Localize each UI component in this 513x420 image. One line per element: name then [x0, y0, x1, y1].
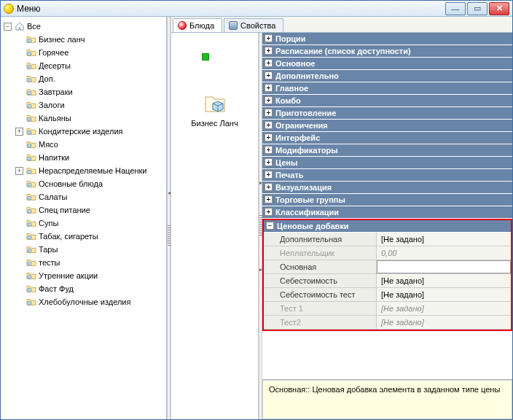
folder-icon [26, 244, 37, 254]
tab-properties[interactable]: Свойства [224, 18, 283, 32]
tree-item[interactable]: Спец питание [15, 203, 165, 217]
category-row[interactable]: +Дополнительно [262, 70, 512, 82]
category-row-open[interactable]: −Ценовые добавки [264, 220, 511, 233]
expand-icon[interactable]: + [15, 167, 23, 175]
tree-root[interactable]: − Все [4, 20, 165, 33]
svg-point-16 [28, 249, 31, 252]
tree-item[interactable]: Супы [15, 217, 165, 230]
tree-item[interactable]: Напитки [15, 151, 165, 164]
property-value[interactable]: [Не задано] [377, 288, 511, 301]
property-value[interactable]: [Не задано] [377, 233, 511, 246]
tree-item[interactable]: Основные блюда [15, 177, 165, 190]
tree-item[interactable]: Горячее [15, 46, 165, 59]
expand-icon[interactable]: + [265, 84, 273, 92]
property-row[interactable]: Себестоимость[Не задано] [264, 274, 511, 288]
expand-icon[interactable]: + [265, 121, 273, 129]
category-row[interactable]: +Печать [262, 169, 512, 182]
tree-item-label: Утренние акции [39, 270, 98, 281]
minimize-button[interactable]: — [445, 2, 466, 15]
expand-icon[interactable]: + [15, 128, 23, 136]
tree-item[interactable]: Десерты [15, 59, 165, 72]
expand-icon[interactable]: + [265, 133, 273, 141]
expand-icon[interactable]: + [265, 171, 273, 179]
folder-icon [26, 166, 37, 176]
expand-icon[interactable]: + [265, 158, 273, 166]
maximize-button[interactable]: ▭ [467, 2, 487, 15]
category-label: Дополнительно [275, 71, 339, 80]
tree-item-label: Кондитерские изделия [39, 125, 123, 137]
expand-icon[interactable]: + [265, 109, 273, 117]
expand-icon[interactable]: + [265, 183, 273, 191]
tree-item[interactable]: Фаст Фуд [15, 282, 165, 295]
property-value[interactable] [377, 260, 511, 273]
tree-item-label: Спец питание [39, 204, 90, 216]
item-list-panel[interactable]: Бизнес Ланч [171, 33, 259, 419]
tree-item-label: Десерты [39, 60, 71, 71]
expand-icon[interactable]: + [265, 71, 273, 79]
tree-item[interactable]: Кальяны [15, 112, 165, 125]
tree-item[interactable]: Доп. [15, 72, 165, 85]
expand-icon[interactable]: + [265, 146, 273, 154]
category-row[interactable]: +Модификаторы [262, 144, 512, 157]
home-icon [14, 21, 26, 31]
category-row[interactable]: +Приготовление [262, 107, 512, 120]
tabs: Блюда Свойства [171, 17, 512, 33]
property-row[interactable]: Себестоимость тест[Не задано] [264, 288, 511, 302]
category-row[interactable]: +Цены [262, 157, 512, 169]
category-row[interactable]: +Интерфейс [262, 132, 512, 144]
tree-item[interactable]: Залоги [15, 98, 165, 112]
category-row[interactable]: +Торговые группы [262, 194, 512, 206]
tree-item[interactable]: Хлебобулочные изделия [15, 295, 165, 308]
expand-icon[interactable]: + [265, 34, 273, 42]
property-label: Основная [264, 260, 377, 273]
category-row[interactable]: +Классификации [262, 206, 512, 219]
tree-item[interactable]: Табак, сигареты [15, 230, 165, 243]
svg-point-0 [28, 39, 31, 42]
category-label: Комбо [275, 96, 301, 105]
category-label: Главное [275, 84, 308, 93]
folder-icon [26, 257, 37, 268]
property-row[interactable]: Тест 1[Не задано] [264, 302, 511, 316]
category-row[interactable]: +Визуализация [262, 182, 512, 194]
tree-item-label: Мясо [39, 139, 58, 150]
app-icon [4, 4, 14, 14]
collapse-icon[interactable]: − [4, 23, 12, 31]
property-value[interactable]: [Не задано] [377, 274, 511, 287]
property-value[interactable]: [Не задано] [377, 302, 511, 315]
tree-item[interactable]: Утренние акции [15, 269, 165, 282]
property-value[interactable]: 0,00 [377, 246, 511, 260]
property-value[interactable]: [Не задано] [377, 316, 511, 329]
category-row[interactable]: +Комбо [262, 95, 512, 107]
tree-item[interactable]: Салаты [15, 190, 165, 203]
expand-icon[interactable]: + [265, 195, 273, 203]
tree-item[interactable]: Бизнес ланч [15, 33, 165, 46]
category-row[interactable]: +Главное [262, 82, 512, 95]
property-label: Себестоимость тест [264, 288, 377, 301]
property-row[interactable]: Основная [264, 260, 511, 274]
category-row[interactable]: +Расписание (список доступности) [262, 45, 512, 58]
tab-dishes[interactable]: Блюда [173, 18, 222, 32]
expand-icon[interactable]: + [265, 208, 273, 216]
tree-item[interactable]: тесты [15, 256, 165, 269]
collapse-icon[interactable]: − [266, 222, 274, 230]
category-row[interactable]: +Порции [262, 33, 512, 45]
tree-item[interactable]: +Кондитерские изделия [15, 125, 165, 138]
tree-item[interactable]: +Нераспределяемые Наценки [15, 164, 165, 177]
property-grid[interactable]: +Порции+Расписание (список доступности)+… [262, 33, 512, 380]
tree-item[interactable]: Мясо [15, 138, 165, 151]
category-label: Печать [275, 171, 303, 179]
close-button[interactable]: ✕ [489, 2, 509, 15]
category-row[interactable]: +Ограничения [262, 120, 512, 132]
property-row[interactable]: Тест2[Не задано] [264, 316, 511, 330]
tab-label: Свойства [240, 21, 275, 30]
property-row[interactable]: Неплательщик0,00 [264, 246, 511, 260]
tree-root-label: Все [27, 20, 41, 32]
expand-icon[interactable]: + [265, 47, 273, 55]
expand-icon[interactable]: + [265, 59, 273, 67]
tree-item[interactable]: Завтраки [15, 85, 165, 98]
tree-item[interactable]: Тары [15, 243, 165, 256]
expand-icon[interactable]: + [265, 96, 273, 104]
list-item[interactable]: Бизнес Ланч [179, 91, 251, 128]
category-row[interactable]: +Основное [262, 58, 512, 70]
property-row[interactable]: Дополнительная[Не задано] [264, 233, 511, 246]
